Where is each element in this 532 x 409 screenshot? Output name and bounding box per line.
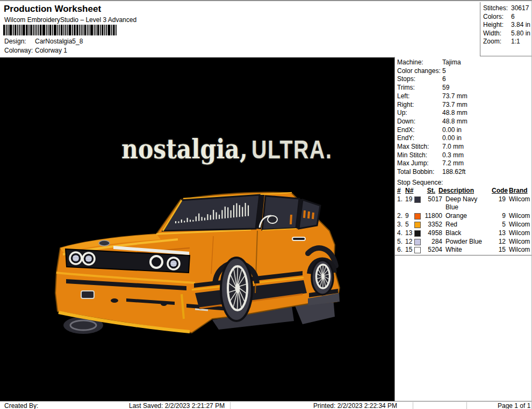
stop-sequence-title: Stop Sequence:: [395, 179, 532, 187]
max-jump-value: 7.2 mm: [442, 159, 464, 168]
machine-label: Machine:: [397, 59, 442, 67]
color-swatch: [414, 213, 421, 220]
color-swatch: [414, 196, 421, 203]
endx-row: EndX:0.00 in: [395, 126, 532, 135]
down-value: 48.8 mm: [442, 118, 468, 126]
footer-divider: [413, 402, 413, 409]
up-value: 48.8 mm: [442, 109, 468, 118]
endy-label: EndY:: [397, 134, 442, 143]
color-changes-label: Color changes:: [397, 67, 442, 76]
stitches-value: 30617: [511, 4, 529, 13]
color-swatch: [414, 222, 421, 228]
min-stitch-row: Min Stitch:0.3 mm: [395, 151, 532, 160]
stops-value: 6: [442, 75, 446, 84]
max-jump-label: Max Jump:: [397, 159, 442, 168]
total-bobbin-row: Total Bobbin:188.62ft: [395, 168, 532, 177]
col-st: St.: [423, 187, 435, 195]
created-by: Created By:: [4, 402, 38, 409]
door-handle: [292, 237, 305, 240]
design-label: Design:: [4, 38, 35, 45]
car-embroidery-artwork: [51, 188, 349, 344]
design-value: CarNostalgia5_8: [35, 38, 83, 45]
down-row: Down:48.8 mm: [395, 118, 532, 126]
col-brand: Brand: [506, 187, 530, 195]
min-stitch-value: 0.3 mm: [442, 151, 464, 160]
lettering-sans: ULTRA.: [251, 134, 332, 164]
stops-label: Stops:: [397, 75, 442, 84]
design-preview-canvas: nostalgia, ULTRA.: [0, 57, 394, 401]
total-bobbin-value: 188.62ft: [442, 168, 465, 177]
design-name-row: Design:CarNostalgia5_8: [4, 38, 83, 45]
trims-row: Trims:59: [395, 84, 532, 92]
col-description: Description: [435, 187, 492, 195]
summary-row-zoom: Zoom:1:1: [483, 38, 531, 46]
min-stitch-label: Min Stitch:: [397, 151, 442, 160]
color-changes-row: Color changes:5: [395, 67, 532, 76]
colors-label: Colors:: [483, 13, 511, 21]
right-label: Right:: [397, 101, 442, 109]
max-stitch-label: Max Stitch:: [397, 143, 442, 151]
left-row: Left:73.7 mm: [395, 92, 532, 101]
endx-value: 0.00 in: [442, 126, 462, 135]
left-label: Left:: [397, 92, 442, 101]
up-row: Up:48.8 mm: [395, 109, 532, 118]
down-label: Down:: [397, 118, 442, 126]
color-swatch: [414, 239, 421, 245]
machine-value: Tajima: [442, 59, 461, 67]
machine-info-panel: Machine:Tajima Color changes:5 Stops:6 T…: [394, 57, 532, 401]
design-lettering: nostalgia, ULTRA.: [121, 133, 353, 165]
software-subtitle: Wilcom EmbroideryStudio – Level 3 Advanc…: [4, 16, 136, 24]
production-worksheet-page: Production Worksheet Wilcom EmbroiderySt…: [0, 0, 532, 409]
summary-row-width: Width:5.80 in: [483, 30, 531, 38]
footer-divider: [466, 402, 467, 409]
max-jump-row: Max Jump:7.2 mm: [395, 159, 532, 168]
colorway-row: Colorway:Colorway 1: [4, 47, 67, 54]
front-wheel: [221, 258, 252, 321]
col-code: Code: [492, 187, 506, 195]
summary-row-colors: Colors:6: [483, 13, 531, 21]
summary-row-height: Height:3.84 in: [483, 21, 531, 30]
endx-label: EndX:: [397, 126, 442, 135]
thread-row-5: 5.12284Powder Blue12Wilcom: [395, 238, 532, 246]
last-saved: Last Saved: 2/2/2023 2:21:27 PM: [129, 402, 225, 409]
lettering-serif: nostalgia,: [121, 133, 248, 165]
left-value: 73.7 mm: [442, 92, 468, 101]
thread-row-1: 1.195017Deep Navy Blue19Wilcom: [395, 195, 532, 213]
endy-value: 0.00 in: [442, 134, 462, 143]
footer-divider: [230, 402, 231, 409]
thread-row-2: 2.911800Orange9Wilcom: [395, 212, 532, 221]
up-label: Up:: [397, 109, 442, 118]
zoom-label: Zoom:: [483, 38, 511, 46]
color-changes-value: 5: [442, 67, 446, 76]
barcode-icon: [3, 25, 124, 35]
summary-row-stitches: Stitches:30617: [483, 4, 531, 13]
width-value: 5.80 in: [511, 30, 530, 38]
colorway-label: Colorway:: [4, 47, 35, 54]
colorway-value: Colorway 1: [35, 47, 67, 54]
max-stitch-value: 7.0 mm: [442, 143, 464, 151]
height-value: 3.84 in: [511, 21, 530, 30]
stop-sequence-table: # N# St. Description Code Brand 1.195017…: [395, 187, 532, 255]
printed: Printed: 2/2/2023 2:22:34 PM: [313, 402, 397, 409]
col-num: #: [397, 187, 405, 195]
turn-signal: [81, 291, 94, 298]
zoom-value: 1:1: [511, 38, 520, 46]
total-bobbin-label: Total Bobbin:: [397, 168, 442, 177]
right-row: Right:73.7 mm: [395, 101, 532, 109]
stops-row: Stops:6: [395, 75, 532, 84]
color-swatch: [414, 247, 421, 253]
rear-wheel: [312, 260, 333, 295]
page-title: Production Worksheet: [4, 4, 101, 14]
colors-value: 6: [511, 13, 515, 21]
right-value: 73.7 mm: [442, 101, 468, 109]
footer-bar: Created By: Last Saved: 2/2/2023 2:21:27…: [0, 401, 532, 409]
design-summary-box: Stitches:30617 Colors:6 Height:3.84 in W…: [480, 2, 531, 56]
height-label: Height:: [483, 21, 511, 30]
thread-row-4: 4.134958Black13Wilcom: [395, 229, 532, 238]
stop-sequence-header: # N# St. Description Code Brand: [395, 187, 532, 195]
thread-row-6: 6.155204White15Wilcom: [395, 246, 532, 254]
trims-value: 59: [442, 84, 449, 92]
color-swatch: [414, 230, 421, 237]
stitches-label: Stitches:: [483, 4, 511, 13]
machine-row: Machine:Tajima: [395, 59, 532, 67]
